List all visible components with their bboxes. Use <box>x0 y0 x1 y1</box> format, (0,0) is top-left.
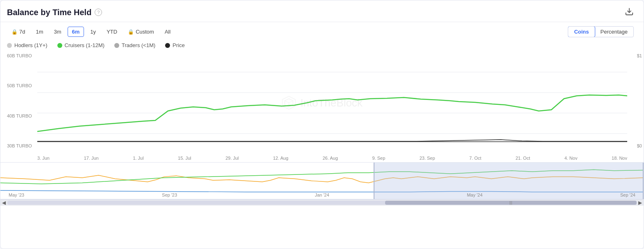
legend-label-cruisers: Cruisers (1-12M) <box>65 42 105 48</box>
scroll-left-arrow[interactable]: ◀ <box>2 200 7 206</box>
mini-chart-selection <box>374 163 644 199</box>
header: Balance by Time Held ? <box>0 0 644 22</box>
scroll-grip: ||| <box>509 201 512 205</box>
legend-label-traders: Traders (<1M) <box>122 42 155 48</box>
y-label-30b: 30B TURBO <box>7 143 33 148</box>
view-btn-coins[interactable]: Coins <box>568 26 595 37</box>
time-btn-3m[interactable]: 3m <box>50 27 66 37</box>
time-buttons: 🔒7d 1m 3m 6m 1y YTD 🔒Custom All <box>7 27 175 37</box>
scrollbar[interactable]: ◀ ||| ▶ <box>0 199 644 206</box>
legend-label-price: Price <box>172 42 185 48</box>
legend-hodlers: Hodlers (1Y+) <box>7 42 48 48</box>
download-button[interactable] <box>625 7 634 18</box>
x-label-4: 29. Jul <box>225 156 238 161</box>
x-label-8: 23. Sep <box>420 156 435 161</box>
y-label-right-1: $1 <box>630 53 642 58</box>
x-label-1: 17. Jun <box>84 156 99 161</box>
x-label-0: 3. Jun <box>37 156 50 161</box>
scroll-track[interactable]: ||| <box>7 201 637 205</box>
y-label-50b: 50B TURBO <box>7 83 33 88</box>
legend-dot-traders <box>114 43 119 48</box>
time-btn-all[interactable]: All <box>160 27 175 37</box>
view-buttons: Coins Percentage <box>568 26 634 37</box>
legend-traders: Traders (<1M) <box>114 42 155 48</box>
x-label-3: 15. Jul <box>178 156 191 161</box>
y-label-right-0: $0 <box>630 143 642 148</box>
legend-label-hodlers: Hodlers (1Y+) <box>14 42 48 48</box>
scroll-right-arrow[interactable]: ▶ <box>637 200 642 206</box>
x-label-2: 1. Jul <box>133 156 143 161</box>
time-btn-6m[interactable]: 6m <box>68 27 84 37</box>
main-chart-svg <box>37 52 627 150</box>
x-label-6: 26. Aug <box>322 156 338 161</box>
time-btn-1m[interactable]: 1m <box>31 27 48 37</box>
time-btn-1y[interactable]: 1y <box>86 27 100 37</box>
time-btn-7d[interactable]: 🔒7d <box>7 27 29 37</box>
x-label-12: 18. Nov <box>612 156 627 161</box>
legend-dot-price <box>165 43 170 48</box>
mini-chart-container: May '23 Sep '23 Jan '24 May '24 Sep '24 <box>0 162 644 199</box>
view-btn-percentage[interactable]: Percentage <box>595 27 634 37</box>
x-label-10: 21. Oct <box>516 156 530 161</box>
legend-dot-hodlers <box>7 43 12 48</box>
chart-area: 30B TURBO 40B TURBO 50B TURBO 60B TURBO … <box>0 52 644 249</box>
time-btn-custom[interactable]: 🔒Custom <box>123 27 159 37</box>
legend-dot-cruisers <box>57 43 62 48</box>
time-btn-ytd[interactable]: YTD <box>102 27 122 37</box>
x-label-11: 4. Nov <box>565 156 578 161</box>
x-label-7: 9. Sep <box>372 156 385 161</box>
page-title: Balance by Time Held <box>7 8 91 17</box>
x-label-5: 12. Aug <box>273 156 288 161</box>
legend-cruisers: Cruisers (1-12M) <box>57 42 105 48</box>
y-axis-right: $0 $1 <box>629 52 644 150</box>
scroll-thumb[interactable]: ||| <box>385 201 637 205</box>
header-left: Balance by Time Held ? <box>7 8 102 17</box>
help-icon[interactable]: ? <box>95 9 102 16</box>
y-label-40b: 40B TURBO <box>7 113 33 118</box>
y-axis-left: 30B TURBO 40B TURBO 50B TURBO 60B TURBO <box>0 52 36 150</box>
x-axis: 3. Jun 17. Jun 1. Jul 15. Jul 29. Jul 12… <box>0 154 644 162</box>
card: Balance by Time Held ? 🔒7d 1m 3m 6m 1y Y… <box>0 0 644 249</box>
x-label-9: 7. Oct <box>469 156 481 161</box>
toolbar: 🔒7d 1m 3m 6m 1y YTD 🔒Custom All Coins Pe… <box>0 22 644 41</box>
legend: Hodlers (1Y+) Cruisers (1-12M) Traders (… <box>0 41 644 52</box>
legend-price: Price <box>165 42 185 48</box>
main-chart-wrapper: 30B TURBO 40B TURBO 50B TURBO 60B TURBO … <box>0 52 644 154</box>
y-label-60b: 60B TURBO <box>7 53 33 58</box>
